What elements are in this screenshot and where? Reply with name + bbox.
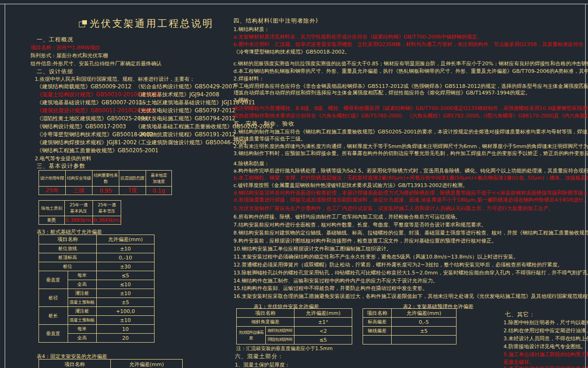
spec-line: 2.所有未注明长度的角焊缝均为满长度方向通焊，钢材厚度大于等于5mm的角焊缝未注… xyxy=(233,143,588,149)
spec-line: 1.钢结构材质： xyxy=(233,26,270,32)
table3-header-dev: 允许偏差(mm) xyxy=(97,235,155,244)
param-header: 抗震设防烈度 xyxy=(119,171,146,187)
table2-cell-empty xyxy=(392,336,456,345)
spec-line: d.本工程钢结构热轧钢板和钢带的尺寸、外形、重量及允许偏差，执行《热轧钢板和钢带… xyxy=(233,68,588,74)
spec-line: 3.螺栓： xyxy=(233,97,254,103)
spec-line: c.钢材的屈服强度实测值与抗拉强度实测值的比值不应大于0.85；钢材应有明显屈服… xyxy=(233,61,588,67)
pile-tolerance-table: 项目名称 允许偏差(mm) 桩位放线±10 桩顶标高0,-10 桩位±30 垂直… xyxy=(39,235,155,343)
table2-cell: 标高偏差 xyxy=(363,318,392,327)
param-value: Ⅲ类 xyxy=(39,216,65,225)
table3-cell: 每米 xyxy=(68,325,97,334)
table1-header-dev: 允许偏差(mm) xyxy=(294,309,352,318)
spec-line: 其热处理制作和技术要求应分别符合《六角头螺栓C级》GB/T5780-2000、《… xyxy=(233,113,588,119)
electrical-data-line: 2.电气等专业提供的资料 xyxy=(35,156,92,162)
misc-item: 4.防雷接地设计详见电气专业图纸。 xyxy=(503,344,586,350)
module-info-line: 组件信息:外形尺寸、安装孔位待组件厂家确定后最终确认 xyxy=(31,61,162,67)
param-value: 0.36KN/m2 xyxy=(93,216,121,225)
page-title: 光伏支架通用工程总说明 xyxy=(79,17,214,30)
misc-item: 面发生破坏。 xyxy=(503,359,534,365)
param-value: 三级 xyxy=(66,187,93,195)
table2-cell: 轴线偏差 xyxy=(363,327,392,336)
table4-header-item: 项目名称 xyxy=(39,360,111,368)
spec-line: a.支架钢材材质详见材料表，其力学性能和化学成分应符合《碳素结构钢》GB/T70… xyxy=(233,34,482,40)
spec-line: 11.支架安装过程中必须确保结构的稳定性和不产生永久性变形，避免在5级风（风速1… xyxy=(233,254,518,260)
spec-line: 3.钢结构制作下料时，应预留加工和焊接余量。所有暴露在构件外的切割边应平整光滑无… xyxy=(233,150,588,157)
table3-cell: 桩位放线 xyxy=(39,244,97,253)
spec-line: 6.所有构件的焊接、除锈、镀锌均应由制作工厂在车间内加工完成，并经检验合格后方可… xyxy=(233,214,461,220)
param-header: 设计使用年限 xyxy=(39,171,66,187)
param-value: 7度 xyxy=(119,187,146,195)
spec-line: 7.结构安装前应对构件进行全面检查，核对构件数量、长度、弯曲度、平整度等是否符合… xyxy=(233,222,487,228)
table3-cell: ±5 xyxy=(97,298,155,307)
table2-header-dev: 允许偏差(mm) xyxy=(392,309,456,318)
spec-line: 8.钢结构安装前应对建筑物的定位轴线、基础轴线、标高、拉锚螺栓的位置、封顶、基础… xyxy=(233,230,588,236)
table3-cell: 桩顶标高 xyxy=(39,253,97,262)
pv-module-tolerance-table: 项目名称 允许偏差(mm) 倾斜角度偏差 ±1° 光伏组件边缘高差 相邻光伏组件… xyxy=(236,308,352,345)
table3-cell: 全高 xyxy=(68,280,97,289)
site-wind-snow-table: 场地土类别 25年一遇 基本风压 25年一遇 基本雪压 Ⅲ类 0.38KN/m2… xyxy=(39,200,121,225)
section-heading-design-parameters: 三、基本设计参数 xyxy=(37,163,85,169)
spec-line: 10.钢结构安装施工单位应根据设计文件和施工图编制施工组织设计。 xyxy=(233,246,392,252)
table2-header-item: 项目名称 xyxy=(363,309,392,318)
param-header: 基本地震 加速度 xyxy=(146,171,172,187)
spec-line: 13.除桩脚锚栓孔以外的螺栓孔宜采用钻孔，待钻螺栓孔可比螺栓公称直径大1.5~2… xyxy=(233,270,588,276)
table2-cell: 0,-5 xyxy=(392,318,456,327)
table3-cell: ±10 xyxy=(97,244,155,253)
table3-cell: 灌注桩 xyxy=(68,307,97,316)
table3-cell: 桩长 xyxy=(39,307,68,325)
section-heading-concrete: 六、混凝土部分： xyxy=(235,353,284,360)
table2-cell-empty xyxy=(363,336,392,345)
table3-cell: ≤10 xyxy=(97,280,155,289)
misc-item: 5.施工单位须对施工阶段的结构受力和安全进行验算。确保结构不会因受力不均 xyxy=(503,352,588,358)
spec-line: 9.构件安装前，应根据设计图纸核对构件和连接部件，检查放置工况文件，并应对基础位… xyxy=(233,238,497,244)
table1-cell: 光伏组件边缘高差 xyxy=(237,327,266,345)
project-name-line: 项目名称：苏州**1.8MW项目 xyxy=(31,45,100,51)
table3-cell: +100,0 xyxy=(97,307,155,316)
param-value: 0.95 xyxy=(93,187,119,195)
param-header: 场地土类别 xyxy=(39,201,65,216)
table1-cell: 同组光伏组件间 xyxy=(265,336,294,345)
spec-line: c.镀锌厚度按照《金属覆盖层钢铁制件热浸镀锌层技术要求及试验方法》GB/T139… xyxy=(233,182,468,188)
section-heading-design-basis: 二、设计依据 xyxy=(37,69,73,75)
param-header: 25年一遇 基本风压 xyxy=(65,201,93,216)
fixed-rack-tolerance-table: 项目名称 允许偏差(mm) xyxy=(39,359,183,368)
code-item: 《钢结构工程施工质量验收规范》GB50205-2001 xyxy=(37,147,160,155)
table4-header-dev: 允许偏差(mm) xyxy=(111,360,183,368)
spec-line: b.本工程钢柱、钢梁、支撑、栏杆防锈底层做法：无机富锌底漆2遍(80μm)+环氧… xyxy=(233,175,588,181)
page-title-text: 光伏支架通用工程总说明 xyxy=(90,18,214,29)
sheet-border-right xyxy=(585,4,586,368)
table1-cell: 倾斜角度偏差 xyxy=(237,318,294,327)
spec-line: 5.光伏支架制作厂家应先生产少量构件，在工厂内进行试安装，试安装经施工人员和设计… xyxy=(233,205,554,211)
misc-item: 1.除图中特别注明者外，尺寸均以毫米为单位，标高均以米为单位。 xyxy=(503,320,588,326)
table3-cell: 桩位 xyxy=(39,262,97,271)
table3-cell: ±10 xyxy=(97,289,155,298)
param-header: 结构安全等级 xyxy=(66,171,93,187)
spec-line: b.图中未注明时，汇流箱、组串式逆变器安装用槽架、立柱采用Q235B钢，材料均为… xyxy=(233,41,583,47)
misc-item: 3.未经设计人员同意，不得在结构上任意增加荷载。 xyxy=(503,336,588,342)
misc-item: 6.本工程光伏支架安装完毕经验收合格后方可进行组件安装施工。 xyxy=(503,366,588,368)
table1-cell: <2 xyxy=(294,327,352,336)
design-basis-intro: 1.依据中华人民共和国现行国家规范、规程、标准进行设计，主要有： xyxy=(35,76,195,82)
cad-drawing-sheet: 光伏支架通用工程总说明 一、工程概况 项目名称：苏州**1.8MW项目 阵列形式… xyxy=(0,0,588,368)
table3-cell: 全高 xyxy=(68,334,97,343)
table3-cell: 混凝土预制桩 xyxy=(68,298,97,307)
spec-line: d.钢结构安装完毕后对构件表面进行检查处理，本设计焊缝表面处理方式为喷砂除锈处理… xyxy=(233,190,588,196)
table1-note: 注：汇流箱安装的垂直度偏差应小于1.5mm xyxy=(236,345,333,352)
table3-cell: 灌注桩 xyxy=(68,289,97,298)
table1-cell: ≤5 xyxy=(294,336,352,345)
spec-line: 埋弧自动焊或半自动焊的焊丝和焊剂选择应与主体金属强度相匹配，焊丝性能应符合《熔化… xyxy=(233,90,530,96)
spec-line: 2.焊接材料： xyxy=(233,76,264,82)
spec-line: 12.普通螺栓必须采用弹簧片（或双螺帽）防止松动，拧紧后，螺杆外露长度可为2~3… xyxy=(233,262,563,268)
param-header: 结构重要性系数 xyxy=(93,171,119,187)
table3-cell: 0,-10 xyxy=(97,253,155,262)
spec-line: 钢焊缝质量等级不应低于三级。 xyxy=(233,136,306,142)
spec-line: 未注明螺栓均为普通螺栓。8.8级、B级、螺栓、螺母和垫圈采用《碳素结构钢》GB/… xyxy=(233,105,588,111)
spec-line: 4.除锈和防腐： xyxy=(233,161,270,167)
section-heading-installation: 五、安装、制作、验收 xyxy=(233,121,294,127)
table3-cell: ±10 xyxy=(97,316,155,325)
table3-cell: 垂直度 xyxy=(39,325,68,343)
spec-line: 手工电焊用焊条应符合应符合《非合金钢及细晶粒钢焊条》GB5117-2012或《热… xyxy=(233,83,588,89)
sheet-border-left xyxy=(5,4,5,368)
table1-cell: ±1° xyxy=(294,318,352,327)
table3-cell: 垂直度 xyxy=(39,271,68,289)
